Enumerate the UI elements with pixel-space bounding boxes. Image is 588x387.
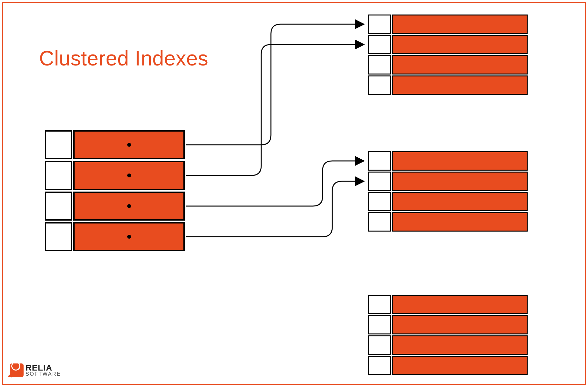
leaf-key-cell — [368, 335, 391, 355]
index-value-cell — [73, 161, 185, 190]
leaf-key-cell — [368, 295, 391, 314]
leaf-value-cell — [392, 35, 528, 54]
leaf-node-3 — [368, 295, 528, 376]
pointer-dot-icon — [127, 174, 131, 177]
leaf-row — [368, 192, 528, 211]
leaf-row — [368, 172, 528, 191]
index-row — [45, 161, 185, 190]
leaf-row — [368, 75, 528, 95]
pointer-dot-icon — [127, 143, 131, 147]
leaf-key-cell — [368, 151, 391, 171]
leaf-row — [368, 295, 528, 314]
leaf-value-cell — [392, 295, 528, 314]
logo-accent-icon — [8, 373, 12, 378]
leaf-value-cell — [392, 315, 528, 334]
leaf-value-cell — [392, 15, 528, 34]
leaf-value-cell — [392, 75, 528, 95]
leaf-value-cell — [392, 55, 528, 74]
leaf-row — [368, 55, 528, 74]
leaf-key-cell — [368, 356, 391, 375]
leaf-row — [368, 212, 528, 232]
leaf-key-cell — [368, 172, 391, 191]
leaf-value-cell — [392, 356, 528, 375]
leaf-value-cell — [392, 172, 528, 191]
index-row — [45, 130, 185, 159]
leaf-key-cell — [368, 55, 391, 74]
logo: RELIA SOFTWARE — [10, 363, 61, 377]
leaf-value-cell — [392, 151, 528, 171]
logo-sub: SOFTWARE — [26, 372, 61, 376]
index-value-cell — [73, 130, 185, 159]
leaf-row — [368, 356, 528, 375]
leaf-value-cell — [392, 192, 528, 211]
diagram-canvas: Clustered Indexes — [2, 2, 586, 385]
leaf-row — [368, 35, 528, 54]
index-row — [45, 192, 185, 221]
index-key-cell — [45, 222, 72, 251]
index-value-cell — [73, 192, 185, 221]
leaf-key-cell — [368, 315, 391, 334]
index-key-cell — [45, 192, 72, 221]
pointer-dot-icon — [127, 204, 131, 208]
diagram-title: Clustered Indexes — [39, 46, 208, 70]
pointer-dot-icon — [127, 235, 131, 239]
leaf-key-cell — [368, 75, 391, 95]
leaf-row — [368, 335, 528, 355]
index-row — [45, 222, 185, 251]
leaf-key-cell — [368, 15, 391, 34]
leaf-row — [368, 315, 528, 334]
leaf-node-2 — [368, 151, 528, 233]
index-key-cell — [45, 161, 72, 190]
leaf-value-cell — [392, 212, 528, 232]
leaf-key-cell — [368, 192, 391, 211]
leaf-row — [368, 151, 528, 171]
leaf-value-cell — [392, 335, 528, 355]
logo-name: RELIA — [26, 364, 61, 372]
logo-text: RELIA SOFTWARE — [26, 364, 61, 376]
leaf-node-1 — [368, 15, 528, 96]
leaf-row — [368, 15, 528, 34]
leaf-key-cell — [368, 35, 391, 54]
leaf-key-cell — [368, 212, 391, 232]
index-value-cell — [73, 222, 185, 251]
index-node — [45, 130, 185, 253]
index-key-cell — [45, 130, 72, 159]
